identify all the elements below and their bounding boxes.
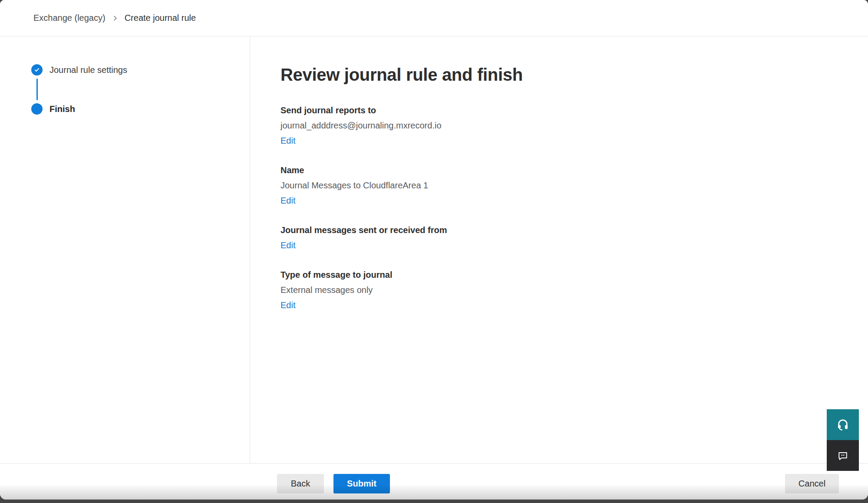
check-circle-icon: [31, 64, 43, 76]
edit-send-reports-link[interactable]: Edit: [281, 135, 295, 146]
review-section-send-reports: Send journal reports to journal_adddress…: [281, 105, 868, 146]
floating-side-buttons: [827, 409, 859, 471]
section-value: journal_adddress@journaling.mxrecord.io: [281, 120, 868, 131]
filled-dot-icon: [31, 103, 43, 115]
wizard-steps-panel: Journal rule settings Finish: [0, 37, 250, 463]
review-content: Review journal rule and finish Send jour…: [251, 37, 868, 463]
review-section-message-type: Type of message to journal External mess…: [281, 270, 868, 310]
review-section-journal-scope: Journal messages sent or received from E…: [281, 225, 868, 250]
headset-icon: [836, 418, 849, 431]
feedback-button[interactable]: [827, 440, 859, 471]
section-label: Send journal reports to: [281, 105, 868, 115]
section-value: External messages only: [281, 285, 868, 295]
review-section-name: Name Journal Messages to CloudflareArea …: [281, 165, 868, 206]
section-label: Name: [281, 165, 868, 175]
chat-bubble-icon: [837, 450, 849, 462]
breadcrumb-create-journal-rule: Create journal rule: [125, 13, 196, 23]
edit-journal-scope-link[interactable]: Edit: [281, 240, 295, 250]
wizard-connector-line: [36, 79, 38, 100]
section-label: Journal messages sent or received from: [281, 225, 868, 235]
app-window: Exchange (legacy) Create journal rule Jo…: [0, 0, 868, 500]
page-title: Review journal rule and finish: [281, 65, 868, 84]
breadcrumb-exchange-legacy[interactable]: Exchange (legacy): [33, 13, 106, 23]
breadcrumb: Exchange (legacy) Create journal rule: [0, 0, 868, 36]
wizard-step-finish[interactable]: Finish: [31, 103, 250, 115]
edit-name-link[interactable]: Edit: [281, 195, 295, 206]
submit-button[interactable]: Submit: [333, 474, 390, 493]
back-button[interactable]: Back: [277, 474, 324, 493]
wizard-step-label: Finish: [50, 104, 75, 114]
section-label: Type of message to journal: [281, 270, 868, 280]
cancel-button[interactable]: Cancel: [785, 474, 839, 493]
edit-message-type-link[interactable]: Edit: [281, 300, 295, 310]
footer-action-bar: Back Submit Cancel: [0, 463, 868, 500]
wizard-step-label: Journal rule settings: [50, 65, 127, 75]
help-button[interactable]: [827, 409, 859, 440]
chevron-right-icon: [112, 15, 119, 22]
section-value: Journal Messages to CloudflareArea 1: [281, 180, 868, 191]
wizard-step-journal-rule-settings[interactable]: Journal rule settings: [31, 64, 250, 76]
